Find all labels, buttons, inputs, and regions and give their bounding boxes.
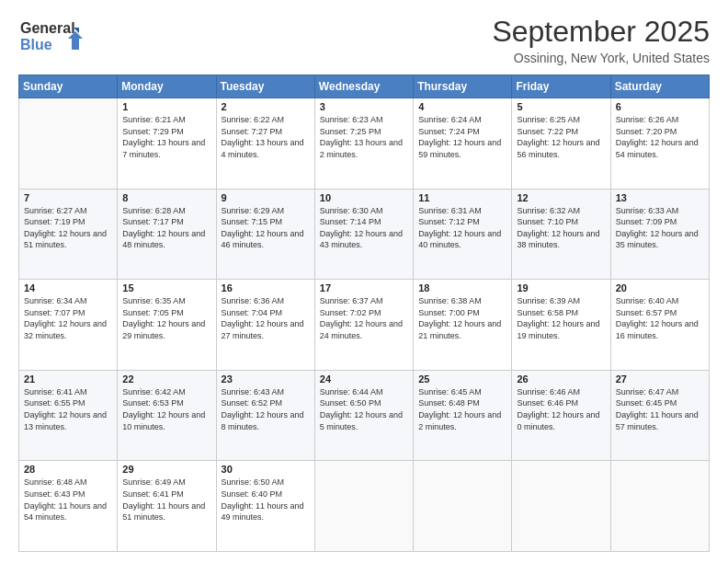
day-number: 28 bbox=[24, 464, 112, 475]
day-info: Sunrise: 6:41 AMSunset: 6:55 PMDaylight:… bbox=[24, 386, 112, 432]
table-row: 1Sunrise: 6:21 AMSunset: 7:29 PMDaylight… bbox=[118, 98, 216, 190]
table-row: 29Sunrise: 6:49 AMSunset: 6:41 PMDayligh… bbox=[118, 461, 216, 552]
table-row: 30Sunrise: 6:50 AMSunset: 6:40 PMDayligh… bbox=[216, 461, 314, 552]
table-row: 18Sunrise: 6:38 AMSunset: 7:00 PMDayligh… bbox=[414, 280, 512, 371]
day-number: 17 bbox=[320, 282, 408, 293]
day-number: 4 bbox=[418, 101, 506, 112]
day-number: 2 bbox=[222, 101, 310, 112]
day-number: 5 bbox=[517, 101, 605, 112]
day-number: 29 bbox=[122, 464, 210, 475]
svg-text:Blue: Blue bbox=[20, 37, 52, 52]
table-row: 12Sunrise: 6:32 AMSunset: 7:10 PMDayligh… bbox=[512, 189, 610, 280]
day-info: Sunrise: 6:37 AMSunset: 7:02 PMDaylight:… bbox=[320, 295, 408, 341]
table-row: 14Sunrise: 6:34 AMSunset: 7:07 PMDayligh… bbox=[19, 280, 118, 371]
table-row: 8Sunrise: 6:28 AMSunset: 7:17 PMDaylight… bbox=[118, 189, 216, 280]
page: General Blue September 2025 Ossining, Ne… bbox=[0, 0, 728, 563]
table-row: 9Sunrise: 6:29 AMSunset: 7:15 PMDaylight… bbox=[216, 189, 314, 280]
calendar-week-row: 28Sunrise: 6:48 AMSunset: 6:43 PMDayligh… bbox=[19, 461, 710, 552]
day-number: 26 bbox=[517, 373, 605, 385]
table-row: 10Sunrise: 6:30 AMSunset: 7:14 PMDayligh… bbox=[314, 189, 413, 280]
day-number: 1 bbox=[122, 101, 210, 112]
header-right: September 2025 Ossining, New York, Unite… bbox=[492, 15, 710, 65]
calendar-week-row: 14Sunrise: 6:34 AMSunset: 7:07 PMDayligh… bbox=[19, 280, 710, 371]
day-info: Sunrise: 6:48 AMSunset: 6:43 PMDaylight:… bbox=[24, 477, 112, 523]
day-info: Sunrise: 6:49 AMSunset: 6:41 PMDaylight:… bbox=[122, 477, 210, 523]
calendar-week-row: 21Sunrise: 6:41 AMSunset: 6:55 PMDayligh… bbox=[19, 370, 710, 461]
table-row bbox=[19, 98, 118, 190]
table-row: 11Sunrise: 6:31 AMSunset: 7:12 PMDayligh… bbox=[414, 189, 512, 280]
day-info: Sunrise: 6:21 AMSunset: 7:29 PMDaylight:… bbox=[122, 114, 210, 160]
day-number: 16 bbox=[222, 282, 310, 293]
day-info: Sunrise: 6:22 AMSunset: 7:27 PMDaylight:… bbox=[222, 114, 310, 160]
calendar-week-row: 1Sunrise: 6:21 AMSunset: 7:29 PMDaylight… bbox=[19, 98, 710, 190]
day-number: 22 bbox=[122, 373, 210, 385]
day-info: Sunrise: 6:36 AMSunset: 7:04 PMDaylight:… bbox=[222, 295, 310, 341]
day-number: 7 bbox=[24, 192, 112, 203]
day-info: Sunrise: 6:30 AMSunset: 7:14 PMDaylight:… bbox=[320, 205, 408, 251]
table-row: 4Sunrise: 6:24 AMSunset: 7:24 PMDaylight… bbox=[414, 98, 512, 190]
table-row: 22Sunrise: 6:42 AMSunset: 6:53 PMDayligh… bbox=[118, 370, 216, 461]
table-row: 6Sunrise: 6:26 AMSunset: 7:20 PMDaylight… bbox=[610, 98, 709, 190]
table-row: 7Sunrise: 6:27 AMSunset: 7:19 PMDaylight… bbox=[19, 189, 118, 280]
day-info: Sunrise: 6:26 AMSunset: 7:20 PMDaylight:… bbox=[616, 114, 704, 160]
day-info: Sunrise: 6:34 AMSunset: 7:07 PMDaylight:… bbox=[24, 295, 112, 341]
col-thursday: Thursday bbox=[414, 75, 512, 98]
day-number: 13 bbox=[616, 192, 704, 203]
day-number: 19 bbox=[517, 282, 605, 293]
day-number: 15 bbox=[122, 282, 210, 293]
day-number: 12 bbox=[517, 192, 605, 203]
day-info: Sunrise: 6:50 AMSunset: 6:40 PMDaylight:… bbox=[222, 477, 310, 523]
table-row: 23Sunrise: 6:43 AMSunset: 6:52 PMDayligh… bbox=[216, 370, 314, 461]
day-number: 10 bbox=[320, 192, 408, 203]
logo-icon: General Blue bbox=[18, 15, 83, 55]
day-info: Sunrise: 6:24 AMSunset: 7:24 PMDaylight:… bbox=[418, 114, 506, 160]
table-row: 25Sunrise: 6:45 AMSunset: 6:48 PMDayligh… bbox=[414, 370, 512, 461]
table-row: 15Sunrise: 6:35 AMSunset: 7:05 PMDayligh… bbox=[118, 280, 216, 371]
col-tuesday: Tuesday bbox=[216, 75, 314, 98]
day-number: 11 bbox=[418, 192, 506, 203]
table-row bbox=[314, 461, 413, 552]
table-row: 20Sunrise: 6:40 AMSunset: 6:57 PMDayligh… bbox=[610, 280, 709, 371]
day-number: 6 bbox=[616, 101, 704, 112]
day-info: Sunrise: 6:42 AMSunset: 6:53 PMDaylight:… bbox=[122, 386, 210, 432]
col-saturday: Saturday bbox=[610, 75, 709, 98]
table-row: 21Sunrise: 6:41 AMSunset: 6:55 PMDayligh… bbox=[19, 370, 118, 461]
table-row: 2Sunrise: 6:22 AMSunset: 7:27 PMDaylight… bbox=[216, 98, 314, 190]
col-wednesday: Wednesday bbox=[314, 75, 413, 98]
table-row: 17Sunrise: 6:37 AMSunset: 7:02 PMDayligh… bbox=[314, 280, 413, 371]
day-number: 3 bbox=[320, 101, 408, 112]
day-info: Sunrise: 6:28 AMSunset: 7:17 PMDaylight:… bbox=[122, 205, 210, 251]
svg-text:General: General bbox=[20, 20, 75, 36]
day-number: 30 bbox=[222, 464, 310, 475]
day-info: Sunrise: 6:40 AMSunset: 6:57 PMDaylight:… bbox=[616, 295, 704, 341]
day-number: 18 bbox=[418, 282, 506, 293]
day-number: 27 bbox=[616, 373, 704, 385]
day-info: Sunrise: 6:38 AMSunset: 7:00 PMDaylight:… bbox=[418, 295, 506, 341]
header: General Blue September 2025 Ossining, Ne… bbox=[18, 15, 710, 65]
day-number: 8 bbox=[122, 192, 210, 203]
day-info: Sunrise: 6:29 AMSunset: 7:15 PMDaylight:… bbox=[222, 205, 310, 251]
day-info: Sunrise: 6:31 AMSunset: 7:12 PMDaylight:… bbox=[418, 205, 506, 251]
table-row: 3Sunrise: 6:23 AMSunset: 7:25 PMDaylight… bbox=[314, 98, 413, 190]
table-row: 19Sunrise: 6:39 AMSunset: 6:58 PMDayligh… bbox=[512, 280, 610, 371]
col-friday: Friday bbox=[512, 75, 610, 98]
day-info: Sunrise: 6:46 AMSunset: 6:46 PMDaylight:… bbox=[517, 386, 605, 432]
col-sunday: Sunday bbox=[19, 75, 118, 98]
day-info: Sunrise: 6:23 AMSunset: 7:25 PMDaylight:… bbox=[320, 114, 408, 160]
day-number: 9 bbox=[222, 192, 310, 203]
table-row: 28Sunrise: 6:48 AMSunset: 6:43 PMDayligh… bbox=[19, 461, 118, 552]
calendar-header-row: Sunday Monday Tuesday Wednesday Thursday… bbox=[19, 75, 710, 98]
table-row: 26Sunrise: 6:46 AMSunset: 6:46 PMDayligh… bbox=[512, 370, 610, 461]
table-row bbox=[610, 461, 709, 552]
day-info: Sunrise: 6:47 AMSunset: 6:45 PMDaylight:… bbox=[616, 386, 704, 432]
location: Ossining, New York, United States bbox=[492, 51, 710, 65]
table-row: 24Sunrise: 6:44 AMSunset: 6:50 PMDayligh… bbox=[314, 370, 413, 461]
col-monday: Monday bbox=[118, 75, 216, 98]
day-info: Sunrise: 6:32 AMSunset: 7:10 PMDaylight:… bbox=[517, 205, 605, 251]
table-row bbox=[414, 461, 512, 552]
day-info: Sunrise: 6:45 AMSunset: 6:48 PMDaylight:… bbox=[418, 386, 506, 432]
table-row: 16Sunrise: 6:36 AMSunset: 7:04 PMDayligh… bbox=[216, 280, 314, 371]
table-row: 13Sunrise: 6:33 AMSunset: 7:09 PMDayligh… bbox=[610, 189, 709, 280]
table-row: 27Sunrise: 6:47 AMSunset: 6:45 PMDayligh… bbox=[610, 370, 709, 461]
logo: General Blue bbox=[18, 15, 83, 55]
